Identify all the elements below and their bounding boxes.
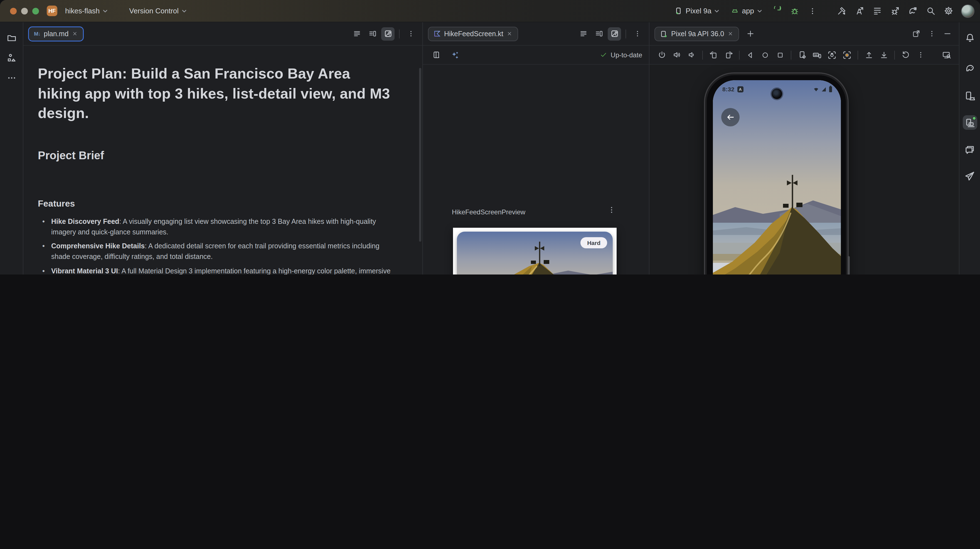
device-settings-button[interactable] bbox=[795, 49, 808, 61]
preview-sync-status: Up-to-date bbox=[600, 51, 642, 59]
preview-name-label[interactable]: HikeFeedScreenPreview bbox=[452, 208, 525, 216]
run-configuration-selector[interactable]: app bbox=[727, 5, 766, 17]
restart-device-button[interactable] bbox=[899, 49, 912, 61]
rerun-button[interactable] bbox=[770, 4, 784, 18]
emulator-toolbar bbox=[649, 46, 959, 65]
running-devices-pane: Pixel 9a API 36.0 bbox=[649, 22, 959, 274]
chevron-down-icon bbox=[714, 8, 720, 14]
build-project-button[interactable] bbox=[834, 4, 849, 18]
rotate-right-button[interactable] bbox=[722, 49, 735, 61]
preview-only-view-button[interactable] bbox=[381, 27, 395, 40]
chevron-down-icon bbox=[181, 8, 187, 14]
screen-record-button[interactable] bbox=[840, 49, 854, 61]
arrow-left-icon bbox=[725, 112, 735, 122]
panel-options-kebab[interactable] bbox=[925, 27, 938, 40]
screenshot-button[interactable] bbox=[825, 49, 838, 61]
compose-preview-pane: HikeFeedScreen.kt bbox=[423, 22, 649, 274]
kotlin-tab-bar: HikeFeedScreen.kt bbox=[423, 22, 649, 46]
scrollbar-thumb[interactable] bbox=[419, 68, 421, 242]
tab-label: plan.md bbox=[44, 30, 68, 38]
close-tab-icon[interactable] bbox=[727, 30, 733, 37]
gradle-sync-button[interactable] bbox=[905, 4, 920, 18]
status-bar-clock: 8:32 bbox=[722, 86, 735, 93]
design-view-button[interactable] bbox=[608, 27, 621, 40]
front-camera-punch-hole bbox=[772, 89, 782, 99]
chevron-down-icon bbox=[102, 8, 108, 14]
tab-options-kebab[interactable] bbox=[630, 27, 644, 40]
preview-device-frame[interactable]: Hard Mission Peak A popular and challeng… bbox=[453, 228, 617, 274]
gradle-tool-button[interactable] bbox=[963, 61, 977, 75]
push-file-button[interactable] bbox=[862, 49, 875, 61]
right-tool-rail bbox=[959, 22, 980, 274]
add-device-tab-button[interactable] bbox=[743, 27, 757, 40]
close-tab-icon[interactable] bbox=[72, 30, 78, 37]
android-studio-window: HF hikes-flash Version Control Pixel 9a … bbox=[0, 0, 980, 274]
kotlin-file-icon bbox=[434, 30, 441, 37]
close-window-button[interactable] bbox=[10, 8, 17, 14]
preview-canvas: HikeFeedScreenPreview bbox=[423, 65, 649, 274]
device-screen[interactable]: 8:32 A bbox=[713, 80, 841, 274]
debug-button[interactable] bbox=[788, 4, 802, 18]
tab-options-kebab[interactable] bbox=[404, 27, 417, 40]
attach-debugger-button[interactable] bbox=[888, 4, 902, 18]
project-selector[interactable]: hikes-flash bbox=[61, 5, 112, 17]
gemini-chat-tool-button[interactable] bbox=[963, 142, 977, 156]
android-icon bbox=[731, 7, 739, 15]
device-phone-icon bbox=[675, 7, 683, 15]
tab-label: HikeFeedScreen.kt bbox=[444, 30, 503, 38]
version-control-menu[interactable]: Version Control bbox=[125, 5, 191, 17]
split-view-button[interactable] bbox=[592, 27, 606, 40]
volume-down-button[interactable] bbox=[685, 49, 698, 61]
toolbar-more-kebab[interactable] bbox=[914, 49, 927, 61]
running-devices-tool-button[interactable] bbox=[963, 115, 977, 130]
open-in-window-button[interactable] bbox=[909, 27, 923, 40]
notifications-bell-button[interactable] bbox=[963, 30, 977, 45]
hike-photo: Hard bbox=[457, 231, 613, 274]
tab-hikefeedscreen-kt[interactable]: HikeFeedScreen.kt bbox=[428, 26, 519, 41]
search-everywhere-icon[interactable] bbox=[923, 4, 938, 18]
section-project-brief: Project Brief bbox=[38, 149, 397, 162]
close-tab-icon[interactable] bbox=[507, 30, 513, 37]
device-manager-tool-button[interactable] bbox=[963, 89, 977, 103]
tab-plan-md[interactable]: M↓ plan.md bbox=[29, 26, 83, 41]
travel-mode-plane-button[interactable] bbox=[963, 169, 977, 183]
check-icon bbox=[600, 51, 608, 59]
build-variants-button[interactable] bbox=[870, 4, 884, 18]
project-badge: HF bbox=[47, 6, 57, 16]
emulator-stage: 8:32 A bbox=[649, 65, 959, 274]
power-button[interactable] bbox=[655, 49, 668, 61]
settings-gear-icon[interactable] bbox=[941, 4, 956, 18]
project-tool-button[interactable] bbox=[4, 30, 19, 45]
tab-pixel-9a-api-36[interactable]: Pixel 9a API 36.0 bbox=[654, 26, 739, 41]
android-overview-button[interactable] bbox=[773, 49, 787, 61]
md-bullet: Vibrant Material 3 UI: A full Material D… bbox=[50, 266, 397, 274]
md-bullet: Comprehensive Hike Details: A dedicated … bbox=[50, 241, 397, 262]
zoom-window-button[interactable] bbox=[32, 8, 39, 14]
code-view-button[interactable] bbox=[576, 27, 590, 40]
notification-badge-icon: A bbox=[737, 86, 743, 92]
rotate-left-button[interactable] bbox=[707, 49, 720, 61]
android-back-button[interactable] bbox=[743, 49, 757, 61]
minimize-window-button[interactable] bbox=[21, 8, 28, 14]
hardware-input-button[interactable] bbox=[810, 49, 824, 61]
more-tool-windows-button[interactable] bbox=[4, 71, 19, 85]
markdown-editor-pane: M↓ plan.md bbox=[23, 22, 423, 274]
structure-tool-button[interactable] bbox=[4, 51, 19, 65]
android-home-button[interactable] bbox=[759, 49, 772, 61]
user-avatar[interactable] bbox=[961, 4, 974, 18]
device-mirroring-settings-icon[interactable] bbox=[940, 49, 953, 61]
device-selector[interactable]: Pixel 9a bbox=[671, 5, 724, 17]
preview-layout-mode-button[interactable] bbox=[430, 49, 443, 61]
preview-options-kebab[interactable] bbox=[608, 206, 616, 214]
gemini-transform-button[interactable] bbox=[449, 49, 462, 61]
pull-file-button[interactable] bbox=[877, 49, 890, 61]
editor-only-view-button[interactable] bbox=[350, 27, 363, 40]
hike-card[interactable]: Hard Mission Peak A popular and challeng… bbox=[457, 231, 613, 274]
profiler-button[interactable] bbox=[852, 4, 867, 18]
volume-up-button[interactable] bbox=[670, 49, 683, 61]
chevron-down-icon bbox=[757, 8, 762, 14]
back-button[interactable] bbox=[721, 108, 740, 126]
editor-and-preview-view-button[interactable] bbox=[366, 27, 379, 40]
more-actions-kebab[interactable] bbox=[805, 4, 820, 18]
hide-panel-button[interactable] bbox=[940, 27, 954, 40]
